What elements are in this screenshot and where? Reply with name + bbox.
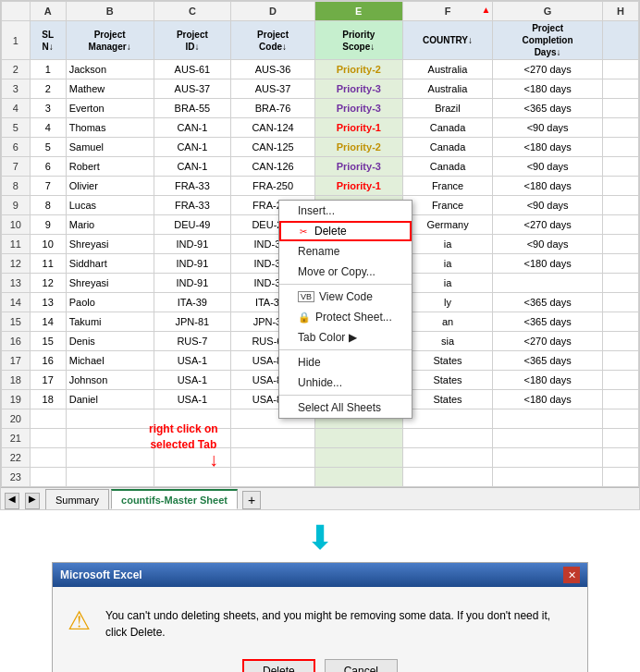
col-header-e[interactable]: E bbox=[314, 2, 402, 21]
tab-countifs-label: countifs-Master Sheet bbox=[121, 495, 228, 506]
table-row: 7 6 Robert CAN-1 CAN-126 Priority-3 Cana… bbox=[2, 157, 639, 177]
menu-item-select-all[interactable]: Select All Sheets bbox=[279, 397, 412, 418]
menu-item-tab-color[interactable]: Tab Color ▶ bbox=[279, 327, 412, 348]
menu-item-protect-sheet[interactable]: 🔒 Protect Sheet... bbox=[279, 307, 412, 327]
empty-h bbox=[602, 468, 638, 487]
days-cell: <270 days bbox=[493, 60, 603, 79]
header-code: ProjectCode↓ bbox=[231, 21, 315, 60]
empty-b bbox=[66, 468, 154, 487]
days-cell bbox=[493, 274, 603, 293]
down-arrow-icon: ⬇ bbox=[306, 521, 334, 555]
days-cell: <180 days bbox=[493, 390, 603, 409]
country-cell: France bbox=[402, 177, 493, 196]
sl-cell: 18 bbox=[30, 390, 66, 409]
tab-nav-left[interactable]: ◀ bbox=[5, 493, 19, 509]
header-manager: ProjectManager↓ bbox=[66, 21, 154, 60]
empty-h bbox=[602, 448, 638, 468]
empty-cell bbox=[602, 351, 638, 371]
empty-h bbox=[602, 409, 638, 429]
empty-g bbox=[493, 409, 603, 429]
menu-item-hide[interactable]: Hide bbox=[279, 352, 412, 373]
annotation-text: right click onselected Tab bbox=[149, 422, 218, 453]
country-cell: ia bbox=[402, 274, 493, 293]
sheet-tabs-bar: ◀ ▶ Summary countifs-Master Sheet + bbox=[1, 487, 639, 509]
table-row: 3 2 Mathew AUS-37 AUS-37 Priority-3 Aust… bbox=[2, 79, 639, 99]
dialog-delete-button[interactable]: Delete bbox=[242, 659, 315, 672]
code-cell: BRA-76 bbox=[231, 99, 315, 118]
empty-b bbox=[66, 448, 154, 468]
days-cell: <180 days bbox=[493, 177, 603, 196]
empty-e bbox=[314, 448, 402, 468]
manager-cell: Thomas bbox=[66, 118, 154, 138]
id-cell: FRA-33 bbox=[154, 177, 231, 196]
id-cell: DEU-49 bbox=[154, 215, 231, 235]
col-header-d[interactable]: D bbox=[231, 2, 315, 21]
menu-item-unhide[interactable]: Unhide... bbox=[279, 373, 412, 393]
dialog-cancel-button[interactable]: Cancel bbox=[325, 659, 398, 672]
tab-summary[interactable]: Summary bbox=[45, 489, 109, 509]
row-num-cell: 15 bbox=[2, 312, 31, 332]
dialog-close-button[interactable]: ✕ bbox=[563, 567, 580, 583]
header-country: COUNTRY↓ bbox=[402, 21, 493, 60]
empty-cell bbox=[602, 235, 638, 254]
priority-cell: Priority-3 bbox=[314, 79, 402, 99]
sl-cell: 6 bbox=[30, 157, 66, 177]
row-num-cell: 19 bbox=[2, 390, 31, 409]
col-header-h[interactable]: H bbox=[602, 2, 638, 21]
menu-separator-1 bbox=[279, 284, 412, 285]
country-cell: Germany bbox=[402, 215, 493, 235]
delete-icon: ✂ bbox=[300, 226, 307, 237]
col-header-c[interactable]: C bbox=[154, 2, 231, 21]
tab-countifs[interactable]: countifs-Master Sheet bbox=[111, 489, 238, 509]
dialog-title: Microsoft Excel bbox=[60, 568, 142, 581]
sl-cell: 16 bbox=[30, 351, 66, 371]
country-cell: ia bbox=[402, 254, 493, 274]
empty-b bbox=[66, 429, 154, 448]
empty-cell bbox=[602, 138, 638, 157]
tab-summary-label: Summary bbox=[55, 495, 99, 506]
row-num-cell: 10 bbox=[2, 215, 31, 235]
menu-item-rename[interactable]: Rename bbox=[279, 241, 412, 262]
menu-separator-2 bbox=[279, 349, 412, 350]
id-cell: IND-91 bbox=[154, 274, 231, 293]
code-cell: AUS-36 bbox=[231, 60, 315, 79]
col-header-b[interactable]: B bbox=[66, 2, 154, 21]
col-header-g[interactable]: G bbox=[493, 2, 603, 21]
id-cell: USA-1 bbox=[154, 390, 231, 409]
tab-nav-right[interactable]: ▶ bbox=[25, 493, 40, 509]
table-row: 2 1 Jackson AUS-61 AUS-36 Priority-2 Aus… bbox=[2, 60, 639, 79]
row-num-cell: 23 bbox=[2, 468, 31, 487]
manager-cell: Shreyasi bbox=[66, 235, 154, 254]
empty-h bbox=[602, 429, 638, 448]
sl-cell: 13 bbox=[30, 293, 66, 312]
manager-cell: Lucas bbox=[66, 196, 154, 215]
spreadsheet-wrapper: A B C D E F▲ G H 1 SLN↓ ProjectManager↓ … bbox=[0, 0, 640, 672]
sl-cell: 5 bbox=[30, 138, 66, 157]
col-header-f[interactable]: F▲ bbox=[402, 2, 493, 21]
row-num-1: 1 bbox=[2, 21, 31, 60]
manager-cell: Mario bbox=[66, 215, 154, 235]
menu-item-insert[interactable]: Insert... bbox=[279, 201, 412, 221]
red-triangle-icon: ▲ bbox=[481, 2, 490, 18]
tab-add-icon: + bbox=[248, 493, 255, 507]
context-menu: Insert... ✂ Delete Rename Move or Copy..… bbox=[278, 200, 412, 419]
empty-cell bbox=[602, 99, 638, 118]
country-cell: Australia bbox=[402, 60, 493, 79]
priority-cell: Priority-2 bbox=[314, 60, 402, 79]
sl-cell: 3 bbox=[30, 99, 66, 118]
country-cell: ly bbox=[402, 293, 493, 312]
row-num-cell: 4 bbox=[2, 99, 31, 118]
days-cell: <365 days bbox=[493, 351, 603, 371]
id-cell: AUS-61 bbox=[154, 60, 231, 79]
tab-add-button[interactable]: + bbox=[242, 491, 261, 509]
empty-cell bbox=[602, 312, 638, 332]
col-header-a[interactable]: A bbox=[30, 2, 66, 21]
row-num-cell: 6 bbox=[2, 138, 31, 157]
empty-cell bbox=[602, 196, 638, 215]
menu-item-delete[interactable]: ✂ Delete bbox=[279, 221, 412, 241]
warning-icon: ⚠ bbox=[68, 605, 91, 636]
menu-item-move-copy[interactable]: Move or Copy... bbox=[279, 262, 412, 282]
country-cell: ia bbox=[402, 235, 493, 254]
row-num-cell: 13 bbox=[2, 274, 31, 293]
menu-item-view-code[interactable]: VB View Code bbox=[279, 287, 412, 307]
